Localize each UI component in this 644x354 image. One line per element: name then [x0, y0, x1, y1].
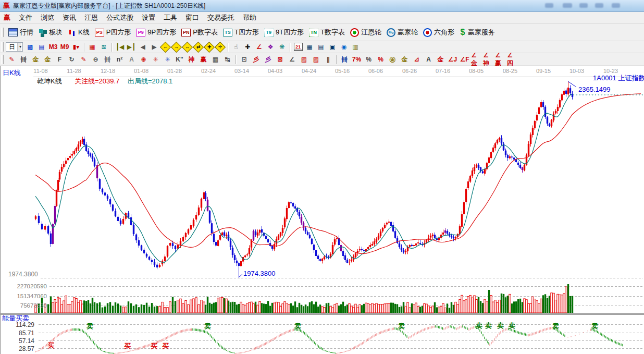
- tool-icon[interactable]: ▶: [149, 42, 159, 52]
- draw-tool-icon[interactable]: ⊿: [411, 55, 422, 65]
- draw-tool-icon[interactable]: ▨: [311, 55, 321, 65]
- toolbar-button-K线[interactable]: K线: [65, 27, 92, 38]
- draw-tool-icon[interactable]: %: [375, 55, 386, 65]
- draw-tool-icon[interactable]: 卌: [18, 55, 29, 65]
- chart-canvas[interactable]: [0, 66, 644, 354]
- draw-tool-icon[interactable]: ✎: [6, 55, 17, 65]
- draw-tool-icon[interactable]: K": [174, 55, 185, 65]
- gann-diamond-tool-icon[interactable]: →: [171, 41, 182, 52]
- gann-diamond-tool-icon[interactable]: ⇄: [193, 41, 204, 52]
- menu-item-设置[interactable]: 设置: [138, 12, 159, 23]
- menu-item-窗口[interactable]: 窗口: [181, 12, 203, 23]
- draw-tool-icon[interactable]: ∠神: [483, 55, 494, 65]
- gann-diamond-tool-icon[interactable]: ←: [160, 41, 171, 52]
- draw-tool-icon[interactable]: n²: [114, 55, 125, 65]
- draw-tool-icon[interactable]: ∠F: [459, 55, 470, 65]
- draw-tool-icon[interactable]: A: [423, 55, 434, 65]
- menu-item-帮助[interactable]: 帮助: [239, 12, 261, 23]
- draw-tool-icon[interactable]: 神: [186, 55, 197, 65]
- menu-item-浏览[interactable]: 浏览: [36, 12, 58, 23]
- toolbar-button-P四方形[interactable]: PSP四方形: [92, 27, 134, 38]
- draw-tool-icon[interactable]: 金: [435, 55, 446, 65]
- toolbar-button-9P四方形[interactable]: P99P四方形: [133, 27, 179, 38]
- draw-tool-icon[interactable]: F: [54, 55, 65, 65]
- tool-icon[interactable]: ❋: [277, 42, 287, 52]
- draw-tool-icon[interactable]: 彡: [251, 55, 262, 65]
- tool-icon[interactable]: ✚: [242, 42, 253, 52]
- gann-diamond-tool-icon[interactable]: ↔: [182, 41, 193, 52]
- draw-tool-icon[interactable]: ⊖: [90, 55, 101, 65]
- draw-tool-icon[interactable]: %: [363, 55, 374, 65]
- draw-tool-icon[interactable]: 7%: [351, 55, 362, 65]
- draw-tool-icon[interactable]: 金: [399, 55, 410, 65]
- tool-icon[interactable]: ≋: [98, 42, 109, 52]
- draw-tool-icon[interactable]: ㊎: [387, 55, 398, 65]
- draw-tool-icon[interactable]: 卌: [102, 55, 113, 65]
- draw-tool-icon[interactable]: ✎: [78, 55, 89, 65]
- toolbar-button-P数字表[interactable]: PNP数字表: [179, 27, 220, 38]
- tool-icon[interactable]: M9: [59, 42, 70, 52]
- tool-icon[interactable]: ▣: [327, 42, 338, 52]
- tool-icon[interactable]: ┃◀: [115, 42, 125, 52]
- menu-item-交易委托[interactable]: 交易委托: [203, 12, 239, 23]
- draw-tool-icon[interactable]: 赢: [198, 55, 209, 65]
- draw-tool-icon[interactable]: ✳: [150, 55, 161, 65]
- menu-item-江恩[interactable]: 江恩: [80, 12, 102, 23]
- draw-tool-icon[interactable]: ⊠: [275, 55, 286, 65]
- menu-item-资讯[interactable]: 资讯: [58, 12, 80, 23]
- toolbar-button-板块[interactable]: 板块: [36, 27, 65, 38]
- period-selector[interactable]: 日▾: [6, 42, 23, 52]
- tool-icon[interactable]: M3: [48, 42, 58, 52]
- tool-icon[interactable]: ◉: [339, 42, 349, 52]
- draw-tool-icon[interactable]: 彡: [263, 55, 274, 65]
- chart-area[interactable]: 日K线 11-0811-2812-1801-0801-2802-2403-140…: [0, 66, 644, 354]
- draw-tool-icon[interactable]: ∠: [287, 55, 298, 65]
- tool-icon[interactable]: ◀: [138, 42, 148, 52]
- draw-tool-icon[interactable]: ↻: [66, 55, 77, 65]
- toolbar-button-T四方形[interactable]: TST四方形: [220, 27, 262, 38]
- toolbar-button-江恩轮[interactable]: 江恩轮: [348, 27, 384, 38]
- sell-signal-label: 卖: [591, 322, 598, 331]
- tool-icon[interactable]: ☝: [231, 42, 241, 52]
- draw-tool-icon[interactable]: ✳: [162, 55, 173, 65]
- draw-tool-icon[interactable]: ↹: [222, 55, 233, 65]
- toolbar-button-赢家轮[interactable]: Big赢家轮: [384, 27, 420, 38]
- draw-tool-icon[interactable]: ∠赢: [495, 55, 506, 65]
- tool-icon[interactable]: ∠: [254, 42, 264, 52]
- draw-tool-icon[interactable]: ▦: [210, 55, 221, 65]
- tool-icon[interactable]: ▤: [36, 42, 47, 52]
- draw-tool-icon[interactable]: ∠金: [471, 55, 482, 65]
- tool-icon[interactable]: ▦: [304, 42, 315, 52]
- draw-tool-icon[interactable]: ⊡: [239, 55, 250, 65]
- menu-item-文件[interactable]: 文件: [15, 12, 36, 23]
- draw-tool-icon[interactable]: ∠四: [507, 55, 518, 65]
- tool-icon[interactable]: ❖: [265, 42, 276, 52]
- kx-overlay-label: 乾坤K线: [37, 78, 62, 85]
- draw-tool-icon[interactable]: 金: [42, 55, 53, 65]
- draw-tool-icon[interactable]: ∥: [323, 55, 333, 65]
- menu-item-公式选股[interactable]: 公式选股: [102, 12, 138, 23]
- draw-tool-icon[interactable]: ⊕: [138, 55, 149, 65]
- gann-diamond-tool-icon[interactable]: ✛: [215, 41, 226, 52]
- tool-icon[interactable]: ▥: [350, 42, 361, 52]
- tool-icon[interactable]: ▤: [316, 42, 326, 52]
- sell-signal-label: 卖: [86, 322, 93, 331]
- calendar-icon[interactable]: 21: [293, 42, 303, 52]
- gann-diamond-tool-icon[interactable]: ✚: [204, 41, 215, 52]
- tool-icon[interactable]: ▦: [87, 42, 97, 52]
- toolbar-button-赢家服务[interactable]: $赢家服务: [457, 27, 498, 38]
- draw-tool-icon[interactable]: 卌: [339, 55, 350, 65]
- draw-tool-icon[interactable]: 金: [30, 55, 41, 65]
- tool-icon[interactable]: ▶┃: [126, 42, 137, 52]
- title-bar[interactable]: 赢 赢家江恩专业版[赢家内部服务平台] - [上证指数 SH1A0001-250…: [0, 0, 644, 12]
- tool-icon[interactable]: ▮▾: [71, 42, 81, 52]
- toolbar-button-9T四方形[interactable]: T99T四方形: [262, 27, 306, 38]
- draw-tool-icon[interactable]: A: [126, 55, 137, 65]
- toolbar-button-行情[interactable]: 行情: [6, 27, 36, 38]
- menu-item-工具[interactable]: 工具: [159, 12, 181, 23]
- toolbar-button-六角形[interactable]: 六角形: [420, 27, 457, 38]
- draw-tool-icon[interactable]: ∠J: [447, 55, 458, 65]
- toolbar-button-T数字表[interactable]: TNT数字表: [306, 27, 348, 38]
- tool-icon[interactable]: ▩: [25, 42, 35, 52]
- draw-tool-icon[interactable]: ▨: [299, 55, 309, 65]
